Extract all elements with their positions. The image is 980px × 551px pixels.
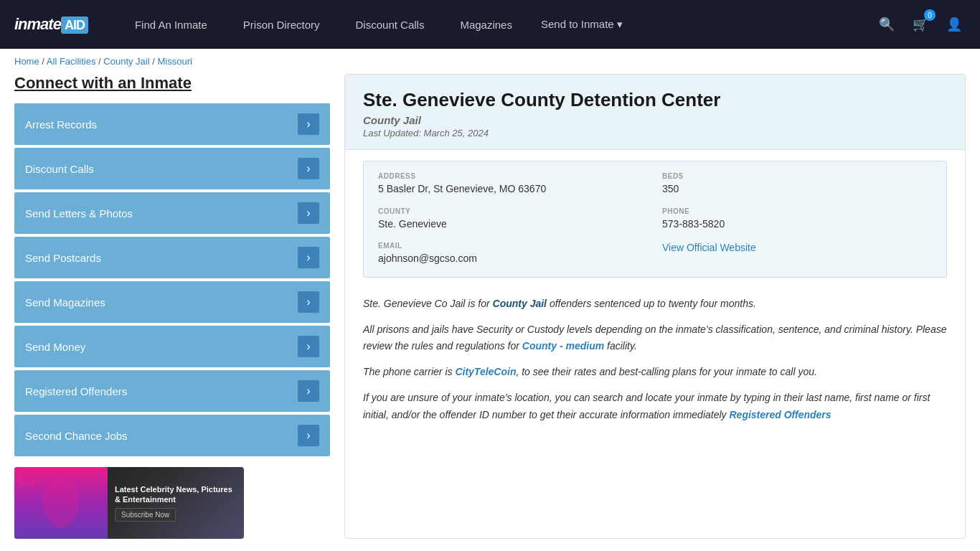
sidebar-item-label: Registered Offenders: [25, 385, 127, 397]
phone-value: 573-883-5820: [662, 217, 932, 232]
beds-value: 350: [662, 182, 932, 197]
ad-content: Latest Celebrity News, Pictures & Entert…: [108, 477, 244, 529]
breadcrumb-all-facilities[interactable]: All Facilities: [47, 56, 96, 67]
info-website: View Official Website: [662, 242, 932, 266]
breadcrumb-county-jail[interactable]: County Jail: [103, 56, 149, 67]
facility-description: Ste. Genevieve Co Jail is for County Jai…: [345, 288, 965, 447]
cart-icon[interactable]: 🛒 0: [909, 13, 932, 36]
desc3-post: , to see their rates and best-calling pl…: [516, 366, 816, 377]
county-label: COUNTY: [378, 207, 648, 215]
arrow-icon: ›: [298, 380, 319, 402]
address-value: 5 Basler Dr, St Genevieve, MO 63670: [378, 182, 648, 197]
facility-name: Ste. Genevieve County Detention Center: [363, 89, 947, 111]
address-label: ADDRESS: [378, 172, 648, 180]
breadcrumb: Home / All Facilities / County Jail / Mi…: [0, 49, 980, 74]
arrow-icon: ›: [298, 425, 319, 446]
facility-last-updated: Last Updated: March 25, 2024: [363, 128, 947, 138]
sidebar-item-label: Send Letters & Photos: [25, 207, 133, 220]
facility-type: County Jail: [363, 114, 947, 126]
desc-para-3: The phone carrier is CityTeleCoin, to se…: [363, 364, 947, 381]
beds-label: BEDS: [662, 172, 932, 180]
desc2-highlight[interactable]: County - medium: [522, 340, 604, 352]
navbar: inmateAID Find An Inmate Prison Director…: [0, 0, 980, 49]
sidebar-item-label: Send Money: [25, 341, 85, 353]
svg-point-0: [43, 478, 79, 528]
sidebar: Connect with an Inmate Arrest Records › …: [14, 74, 330, 539]
info-county: COUNTY Ste. Genevieve: [378, 207, 648, 232]
sidebar-item-registered-offenders[interactable]: Registered Offenders ›: [14, 370, 330, 412]
logo-aid: AID: [61, 17, 88, 34]
phone-label: PHONE: [662, 207, 932, 215]
desc1-pre: Ste. Genevieve Co Jail is for: [363, 298, 493, 309]
main-container: Connect with an Inmate Arrest Records › …: [0, 74, 980, 551]
sidebar-item-arrest-records[interactable]: Arrest Records ›: [14, 103, 330, 145]
nav-links: Find An Inmate Prison Directory Discount…: [117, 0, 875, 49]
info-address: ADDRESS 5 Basler Dr, St Genevieve, MO 63…: [378, 172, 648, 197]
email-label: EMAIL: [378, 242, 648, 250]
ad-banner[interactable]: Us Latest Celebrity News, Pictures & Ent…: [14, 467, 244, 539]
desc3-pre: The phone carrier is: [363, 366, 455, 377]
sidebar-title: Connect with an Inmate: [14, 74, 330, 93]
arrow-icon: ›: [298, 158, 319, 179]
logo[interactable]: inmateAID: [14, 15, 88, 34]
info-beds: BEDS 350: [662, 172, 932, 197]
desc3-highlight[interactable]: CityTeleCoin: [455, 366, 516, 377]
sidebar-item-label: Second Chance Jobs: [25, 430, 128, 442]
nav-send-to-inmate[interactable]: Send to Inmate ▾: [530, 0, 633, 49]
sidebar-item-send-money[interactable]: Send Money ›: [14, 326, 330, 367]
arrow-icon: ›: [298, 113, 319, 135]
nav-discount-calls[interactable]: Discount Calls: [338, 0, 443, 49]
desc4-highlight[interactable]: Registered Offenders: [729, 409, 831, 420]
sidebar-item-send-letters[interactable]: Send Letters & Photos ›: [14, 192, 330, 234]
sidebar-item-label: Send Postcards: [25, 252, 101, 264]
desc-para-1: Ste. Genevieve Co Jail is for County Jai…: [363, 296, 947, 313]
county-value: Ste. Genevieve: [378, 217, 648, 232]
nav-magazines[interactable]: Magazines: [442, 0, 530, 49]
info-email: EMAIL ajohnson@sgcso.com: [378, 242, 648, 266]
sidebar-item-label: Discount Calls: [25, 163, 94, 175]
arrow-icon: ›: [298, 202, 319, 224]
ad-title: Latest Celebrity News, Pictures & Entert…: [115, 484, 237, 505]
facility-header: Ste. Genevieve County Detention Center C…: [345, 75, 965, 150]
email-value: ajohnson@sgcso.com: [378, 252, 648, 266]
sidebar-item-second-chance-jobs[interactable]: Second Chance Jobs ›: [14, 415, 330, 456]
logo-text: inmateAID: [14, 15, 88, 34]
user-icon[interactable]: 👤: [943, 13, 966, 36]
desc-para-2: All prisons and jails have Security or C…: [363, 321, 947, 356]
nav-find-inmate[interactable]: Find An Inmate: [117, 0, 225, 49]
website-link[interactable]: View Official Website: [662, 242, 756, 253]
arrow-icon: ›: [298, 336, 319, 357]
desc1-post: offenders sentenced up to twenty four mo…: [547, 298, 756, 309]
breadcrumb-home[interactable]: Home: [14, 56, 39, 67]
sidebar-item-label: Arrest Records: [25, 118, 97, 131]
info-phone: PHONE 573-883-5820: [662, 207, 932, 232]
sidebar-item-send-postcards[interactable]: Send Postcards ›: [14, 237, 330, 278]
nav-prison-directory[interactable]: Prison Directory: [225, 0, 338, 49]
search-icon[interactable]: 🔍: [875, 13, 898, 36]
facility-content: Ste. Genevieve County Detention Center C…: [344, 74, 966, 539]
ad-subscribe-button[interactable]: Subscribe Now: [115, 508, 176, 522]
arrow-icon: ›: [298, 247, 319, 268]
ad-logo: Us: [18, 471, 35, 489]
desc1-highlight: County Jail: [493, 298, 547, 309]
nav-right-icons: 🔍 🛒 0 👤: [875, 13, 966, 36]
sidebar-item-send-magazines[interactable]: Send Magazines ›: [14, 281, 330, 323]
desc2-pre: All prisons and jails have Security or C…: [363, 324, 946, 352]
desc4-text: If you are unsure of your inmate’s locat…: [363, 392, 930, 420]
desc2-post: facility.: [604, 340, 637, 352]
desc-para-4: If you are unsure of your inmate’s locat…: [363, 390, 947, 424]
cart-badge-count: 0: [924, 9, 936, 21]
facility-info-grid: ADDRESS 5 Basler Dr, St Genevieve, MO 63…: [363, 161, 947, 278]
sidebar-item-discount-calls[interactable]: Discount Calls ›: [14, 148, 330, 189]
arrow-icon: ›: [298, 291, 319, 313]
breadcrumb-state[interactable]: Missouri: [157, 56, 192, 67]
sidebar-item-label: Send Magazines: [25, 296, 105, 309]
ad-image: Us: [14, 467, 108, 539]
